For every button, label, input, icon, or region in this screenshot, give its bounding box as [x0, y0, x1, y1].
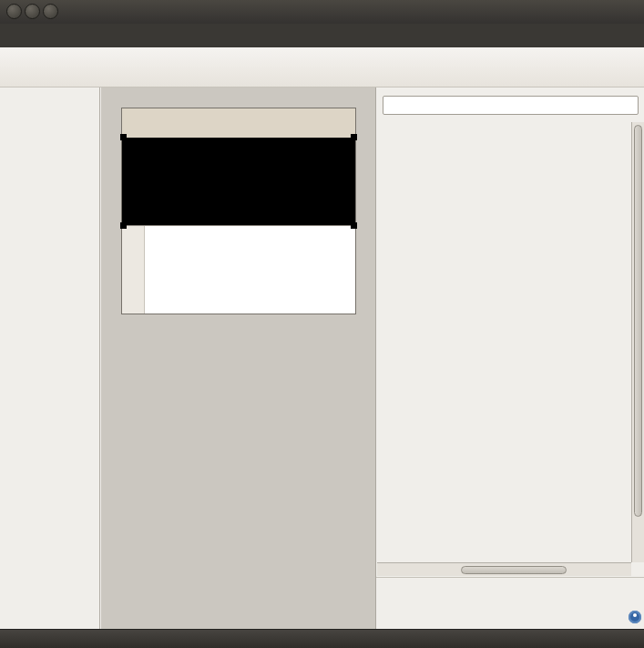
- designed-scrolledwindow1[interactable]: [122, 225, 355, 314]
- vertical-scrollbar-thumb[interactable]: [634, 125, 642, 517]
- designed-hbox1: [122, 108, 355, 138]
- hal-gremlin-preview[interactable]: [122, 138, 355, 225]
- designed-sourceview1[interactable]: [145, 226, 355, 314]
- selection-handle[interactable]: [120, 134, 127, 140]
- minimize-window-icon[interactable]: [25, 4, 40, 19]
- glade-main-window: [0, 0, 644, 648]
- titlebar[interactable]: [0, 0, 644, 24]
- maximize-window-icon[interactable]: [43, 4, 58, 19]
- widget-tree: [377, 122, 631, 562]
- selection-handle[interactable]: [120, 222, 127, 229]
- workspace-body: [0, 87, 644, 629]
- menubar: [0, 24, 644, 47]
- horizontal-scrollbar[interactable]: [377, 562, 631, 576]
- properties-tabs: [376, 600, 644, 629]
- search-widgets-input[interactable]: [383, 96, 639, 115]
- gremlin-icon: [383, 583, 397, 595]
- taskbar: [0, 629, 644, 648]
- design-canvas[interactable]: [101, 87, 375, 629]
- vertical-scrollbar[interactable]: [631, 122, 644, 562]
- inspector-panel: [375, 87, 644, 629]
- main-toolbar: [0, 47, 644, 87]
- widget-palette: [0, 87, 100, 629]
- close-window-icon[interactable]: [6, 4, 22, 19]
- properties-header: [376, 577, 644, 600]
- accessibility-tab-icon[interactable]: [629, 611, 641, 623]
- sourceview-line-gutter: [122, 226, 145, 314]
- selection-handle[interactable]: [351, 222, 357, 229]
- designed-window1[interactable]: [121, 108, 356, 314]
- selection-handle[interactable]: [351, 134, 357, 140]
- palette-clipped-row: [0, 87, 99, 102]
- horizontal-scrollbar-thumb[interactable]: [461, 566, 567, 574]
